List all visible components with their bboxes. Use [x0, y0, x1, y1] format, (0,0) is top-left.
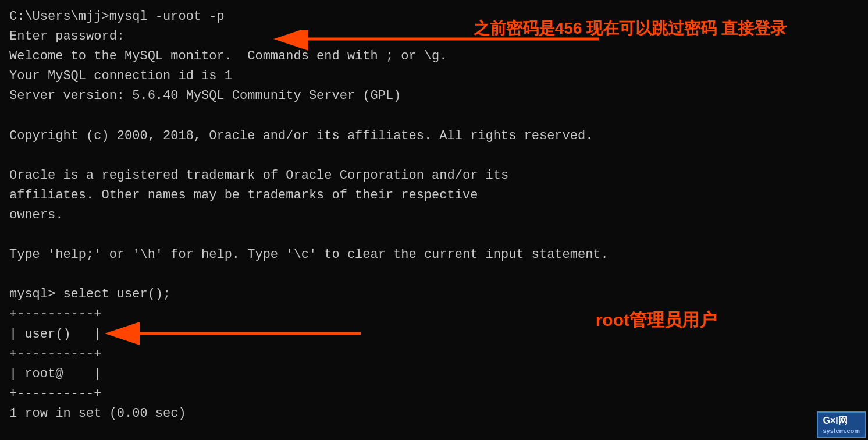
watermark-line1: G×I网 [823, 415, 860, 427]
watermark-line2: system.com [823, 427, 860, 434]
annotation-top: 之前密码是456 现在可以跳过密码 直接登录 [474, 16, 787, 41]
terminal-window: C:\Users\mjj>mysql -uroot -p Enter passw… [0, 0, 868, 440]
annotation-middle: root管理员用户 [596, 308, 717, 332]
watermark: G×I网 system.com [817, 411, 866, 438]
terminal-output: C:\Users\mjj>mysql -uroot -p Enter passw… [9, 7, 859, 440]
